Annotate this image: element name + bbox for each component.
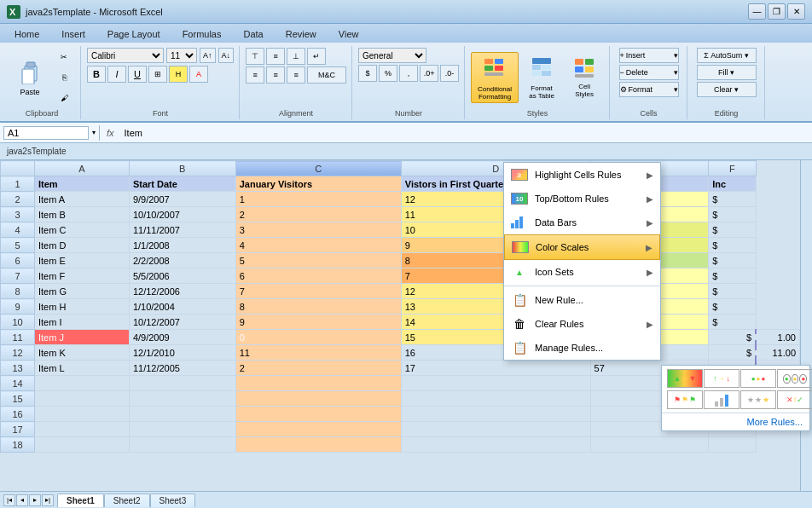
align-middle-button[interactable]: ≡ xyxy=(266,48,285,65)
sheet-nav-prev[interactable]: ◂ xyxy=(16,494,28,506)
menu-item-clear-rules[interactable]: 🗑 Clear Rules ▶ xyxy=(504,312,660,336)
cell-9-c[interactable]: 8 xyxy=(235,299,401,315)
cell-5-b[interactable]: 1/1/2008 xyxy=(129,238,235,253)
currency-button[interactable]: $ xyxy=(358,65,377,82)
cell-15-c[interactable] xyxy=(235,391,401,407)
tab-review[interactable]: Review xyxy=(275,24,328,43)
cell-14-c[interactable] xyxy=(235,376,401,391)
cell-18-c[interactable] xyxy=(235,437,401,453)
cell-8-f[interactable]: $ xyxy=(709,284,756,299)
cell-5-c[interactable]: 4 xyxy=(235,238,401,253)
cell-4-b[interactable]: 11/11/2007 xyxy=(129,222,235,238)
cell-7-a[interactable]: Item F xyxy=(35,268,130,284)
align-top-button[interactable]: ⊤ xyxy=(246,48,264,65)
cell-17-d[interactable] xyxy=(401,422,590,437)
align-bottom-button[interactable]: ⊥ xyxy=(287,48,305,65)
decrease-decimal-button[interactable]: .0- xyxy=(440,65,459,82)
cell-8-b[interactable]: 12/12/2006 xyxy=(129,284,235,299)
conditional-formatting-button[interactable]: ConditionalFormatting xyxy=(471,52,519,103)
grow-font-button[interactable]: A↑ xyxy=(200,48,216,63)
shrink-font-button[interactable]: A↓ xyxy=(218,48,235,63)
cell-14-a[interactable] xyxy=(35,376,130,391)
tab-data[interactable]: Data xyxy=(232,24,274,43)
align-right-button[interactable]: ≡ xyxy=(287,66,305,84)
cell-16-b[interactable] xyxy=(129,407,235,422)
cell-4-f[interactable]: $ xyxy=(709,222,756,238)
cell-13-d[interactable]: 17 xyxy=(401,361,590,376)
cell-16-d[interactable] xyxy=(401,407,590,422)
cell-12-c[interactable]: 11 xyxy=(235,345,401,361)
cell-styles-button[interactable]: CellStyles xyxy=(565,52,604,103)
cell-13-c[interactable]: 2 xyxy=(235,361,401,376)
sheet-tab-sheet3[interactable]: Sheet3 xyxy=(150,494,196,507)
number-format-select[interactable]: General xyxy=(358,48,426,63)
menu-item-new-rule[interactable]: 📋 New Rule... xyxy=(504,288,660,312)
maximize-button[interactable]: ❐ xyxy=(768,3,786,20)
cell-17-c[interactable] xyxy=(235,422,401,437)
tab-home[interactable]: Home xyxy=(3,24,50,43)
cell-18-e[interactable] xyxy=(590,437,709,453)
cell-15-b[interactable] xyxy=(129,391,235,407)
cell-13-b[interactable]: 11/12/2005 xyxy=(129,361,235,376)
increase-decimal-button[interactable]: .0+ xyxy=(420,65,438,82)
cell-12-f[interactable]: $ xyxy=(709,345,756,361)
delete-button[interactable]: − Delete ▾ xyxy=(619,65,679,80)
cell-16-c[interactable] xyxy=(235,407,401,422)
format-button[interactable]: ⚙ Format ▾ xyxy=(619,82,679,97)
font-name-select[interactable]: Calibri xyxy=(87,48,164,63)
cell-3-b[interactable]: 10/10/2007 xyxy=(129,207,235,222)
bold-button[interactable]: B xyxy=(87,66,106,83)
sheet-nav-next[interactable]: ▸ xyxy=(29,494,41,506)
cell-7-c[interactable]: 6 xyxy=(235,268,401,284)
menu-item-color-scales[interactable]: Color Scales ▶ xyxy=(504,234,660,260)
fill-button[interactable]: Fill ▾ xyxy=(697,65,757,80)
name-box-arrow[interactable]: ▾ xyxy=(92,129,96,136)
close-button[interactable]: ✕ xyxy=(787,3,805,20)
icon-set-ratings-bars[interactable] xyxy=(704,390,740,409)
menu-item-icon-sets[interactable]: ▲ Icon Sets ▶ xyxy=(504,260,660,284)
cell-1-b[interactable]: Start Date xyxy=(129,176,235,192)
tab-page-layout[interactable]: Page Layout xyxy=(96,24,171,43)
cell-6-a[interactable]: Item E xyxy=(35,253,130,268)
more-rules-link[interactable]: More Rules... xyxy=(662,413,809,430)
align-center-button[interactable]: ≡ xyxy=(266,66,285,84)
cell-11-f[interactable]: $ xyxy=(709,330,756,345)
menu-item-highlight-cells[interactable]: ≥ Highlight Cells Rules ▶ xyxy=(504,163,660,187)
cell-3-f[interactable]: $ xyxy=(709,207,756,222)
copy-button[interactable]: ⎘ xyxy=(53,68,75,87)
cell-11-b[interactable]: 4/9/2009 xyxy=(129,330,235,345)
font-size-select[interactable]: 11 xyxy=(166,48,197,63)
cell-8-c[interactable]: 7 xyxy=(235,284,401,299)
underline-button[interactable]: U xyxy=(128,66,147,83)
cell-4-c[interactable]: 3 xyxy=(235,222,401,238)
icon-set-traffic-lights-2[interactable]: ● ● ● xyxy=(777,369,812,388)
cell-12-a[interactable]: Item K xyxy=(35,345,130,361)
tab-view[interactable]: View xyxy=(328,24,370,43)
icon-set-quartile[interactable]: ✕ ! ✓ xyxy=(777,390,812,409)
vertical-scrollbar[interactable] xyxy=(800,160,812,491)
menu-item-manage-rules[interactable]: 📋 Manage Rules... xyxy=(504,336,660,360)
cell-9-b[interactable]: 1/10/2004 xyxy=(129,299,235,315)
icon-set-flags[interactable]: ⚑ ⚑ ⚑ xyxy=(667,390,703,409)
format-as-table-button[interactable]: Formatas Table xyxy=(520,52,563,103)
format-painter-button[interactable]: 🖌 xyxy=(53,89,75,107)
cell-3-c[interactable]: 2 xyxy=(235,207,401,222)
cell-10-f[interactable]: $ xyxy=(709,315,756,330)
cell-11-a[interactable]: Item J xyxy=(35,330,130,345)
menu-item-data-bars[interactable]: Data Bars ▶ xyxy=(504,211,660,234)
paste-button[interactable]: Paste xyxy=(9,52,51,103)
sum-button[interactable]: Σ AutoSum ▾ xyxy=(697,48,757,63)
cell-2-f[interactable]: $ xyxy=(709,192,756,207)
cell-17-b[interactable] xyxy=(129,422,235,437)
cell-6-f[interactable]: $ xyxy=(709,253,756,268)
cell-2-b[interactable]: 9/9/2007 xyxy=(129,192,235,207)
cell-5-a[interactable]: Item D xyxy=(35,238,130,253)
cell-1-c[interactable]: January Visitors xyxy=(235,176,401,192)
highlight-button[interactable]: H xyxy=(169,66,188,83)
cell-11-g[interactable]: 1.00 xyxy=(756,330,799,345)
cell-12-b[interactable]: 12/1/2010 xyxy=(129,345,235,361)
minimize-button[interactable]: — xyxy=(748,3,766,20)
italic-button[interactable]: I xyxy=(107,66,126,83)
cell-9-a[interactable]: Item H xyxy=(35,299,130,315)
merge-button[interactable]: M&C xyxy=(307,66,346,84)
